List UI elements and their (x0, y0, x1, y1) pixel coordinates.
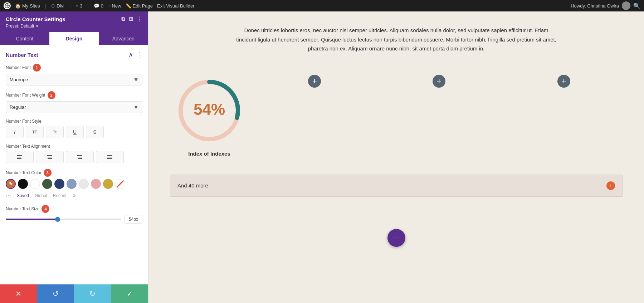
number-text-size-group: Number Text Size 4 54px (6, 205, 142, 224)
uppercase-button[interactable]: TT (26, 126, 44, 138)
circle-label: Index of Indexes (188, 151, 230, 157)
number-text-color-label: Number Text Color 3 (6, 169, 142, 177)
font-style-buttons: I TT Tt U S (6, 126, 142, 138)
color-swatch-pink[interactable] (91, 179, 101, 189)
body-text: Donec ultricies lobortis eros, nec aucto… (235, 26, 557, 53)
search-icon[interactable]: 🔍 (633, 3, 640, 9)
number-text-color-group: Number Text Color 3 ✎ (6, 169, 142, 199)
collapse-icon[interactable]: ∧ (128, 51, 133, 59)
confirm-button[interactable]: ✓ (111, 284, 148, 303)
my-sites-link[interactable]: 🏠 My Sites (15, 3, 40, 9)
sidebar-title: Circle Counter Settings ⧉ ⊞ ⋮ (6, 16, 142, 22)
italic-button[interactable]: I (6, 126, 24, 138)
edit-page-link[interactable]: ✏️ Edit Page (126, 3, 153, 9)
pencil-icon: ✏️ (126, 3, 131, 9)
svg-rect-5 (48, 157, 52, 157)
comments-link[interactable]: ○ 3 (75, 3, 82, 9)
sidebar-title-icons: ⧉ ⊞ ⋮ (121, 16, 142, 22)
saved-label[interactable]: Saved (17, 193, 29, 198)
plus-icon: + (108, 3, 111, 9)
align-justify-button[interactable] (96, 151, 124, 163)
color-swatch-navy[interactable] (54, 179, 64, 189)
align-center-button[interactable] (36, 151, 64, 163)
color-swatch-gold[interactable] (103, 179, 113, 189)
more-bar-label: And 40 more (177, 182, 208, 189)
number-text-alignment-label: Number Text Alignment (6, 144, 142, 149)
color-swatch-white[interactable] (30, 179, 40, 189)
exit-builder-link[interactable]: Exit Visual Builder (157, 3, 195, 9)
number-font-weight-select[interactable]: Regular (6, 101, 142, 113)
global-label[interactable]: Global (35, 193, 47, 198)
add-button-1[interactable]: + (308, 75, 321, 88)
page-bottom: ··· (148, 222, 644, 261)
strikethrough-button[interactable]: S (86, 126, 104, 138)
speech-bubble-link[interactable]: 💬 0 (94, 3, 103, 9)
divi-icon: ⬡ (51, 3, 55, 9)
add-button-3[interactable]: + (557, 75, 570, 88)
gear-icon[interactable]: ⚙ (72, 193, 76, 198)
window-icon[interactable]: ⧉ (121, 16, 125, 22)
svg-text:54%: 54% (194, 101, 225, 118)
user-area: Howdy, Christina Gwira 🔍 (571, 1, 640, 10)
tab-design[interactable]: Design (49, 32, 99, 45)
sidebar-header: Circle Counter Settings ⧉ ⊞ ⋮ Preset: De… (0, 11, 148, 32)
underline-button[interactable]: U (66, 126, 84, 138)
cancel-button[interactable]: ✕ (0, 284, 37, 303)
home-icon: 🏠 (15, 3, 21, 9)
more-bar[interactable]: And 40 more + (170, 175, 623, 197)
wp-home[interactable] (4, 2, 11, 9)
number-font-weight-label: Number Font Weight 2 (6, 91, 142, 99)
badge-4: 4 (42, 205, 49, 213)
more-options-icon[interactable]: ⋮ (137, 16, 142, 22)
svg-rect-3 (17, 158, 21, 159)
color-swatch-lavender[interactable] (67, 179, 77, 189)
color-swatch-orange[interactable]: ✎ (6, 179, 16, 189)
align-right-button[interactable] (66, 151, 94, 163)
circle-svg: 54% (174, 75, 245, 146)
color-swatch-lightgray[interactable] (79, 179, 89, 189)
align-left-button[interactable] (6, 151, 34, 163)
avatar (622, 1, 630, 10)
add-col-3: + (505, 75, 623, 88)
size-slider[interactable] (6, 219, 121, 220)
svg-rect-8 (79, 157, 82, 157)
counter-section: 54% Index of Indexes + + + (170, 68, 623, 164)
add-col-1: + (256, 75, 373, 88)
bottom-bar: ✕ ↺ ↻ ✓ (0, 284, 148, 303)
color-swatches: ✎ (6, 179, 142, 189)
svg-rect-11 (107, 157, 112, 157)
recent-label[interactable]: Recent (53, 193, 67, 198)
tab-advanced[interactable]: Advanced (99, 32, 148, 45)
undo-button[interactable]: ↺ (37, 284, 74, 303)
number-font-group: Number Font 1 Manrope ▼ (6, 64, 142, 85)
floating-dots-button[interactable]: ··· (387, 229, 405, 247)
preset-chevron-icon: ▼ (35, 24, 39, 28)
color-swatch-strikethrough[interactable] (115, 179, 125, 189)
color-swatch-black[interactable] (18, 179, 28, 189)
svg-rect-9 (78, 158, 82, 159)
color-more-dots[interactable]: ··· (6, 192, 11, 199)
number-font-select[interactable]: Manrope (6, 74, 142, 85)
divi-link[interactable]: ⬡ Divi (51, 3, 64, 9)
number-text-size-label: Number Text Size 4 (6, 205, 142, 213)
new-link[interactable]: + New (108, 3, 121, 9)
svg-rect-4 (47, 155, 52, 156)
svg-rect-12 (107, 158, 112, 159)
section-options-icon[interactable]: ⋮ (136, 51, 142, 59)
badge-1: 1 (33, 64, 41, 72)
more-bar-add-icon[interactable]: + (606, 181, 615, 190)
columns-icon[interactable]: ⊞ (129, 16, 133, 22)
circle-counter: 54% Index of Indexes (170, 75, 249, 157)
add-button-2[interactable]: + (433, 75, 445, 88)
svg-rect-10 (107, 155, 112, 156)
badge-2: 2 (48, 91, 55, 99)
circle-icon: ○ (75, 3, 78, 9)
redo-button[interactable]: ↻ (74, 284, 111, 303)
sidebar: Circle Counter Settings ⧉ ⊞ ⋮ Preset: De… (0, 11, 148, 303)
preset-line[interactable]: Preset: Default ▼ (6, 24, 142, 29)
tab-content[interactable]: Content (0, 32, 49, 45)
color-swatch-darkgreen[interactable] (42, 179, 52, 189)
svg-rect-1 (17, 155, 22, 156)
capitalize-button[interactable]: Tt (46, 126, 64, 138)
svg-rect-7 (77, 155, 82, 156)
